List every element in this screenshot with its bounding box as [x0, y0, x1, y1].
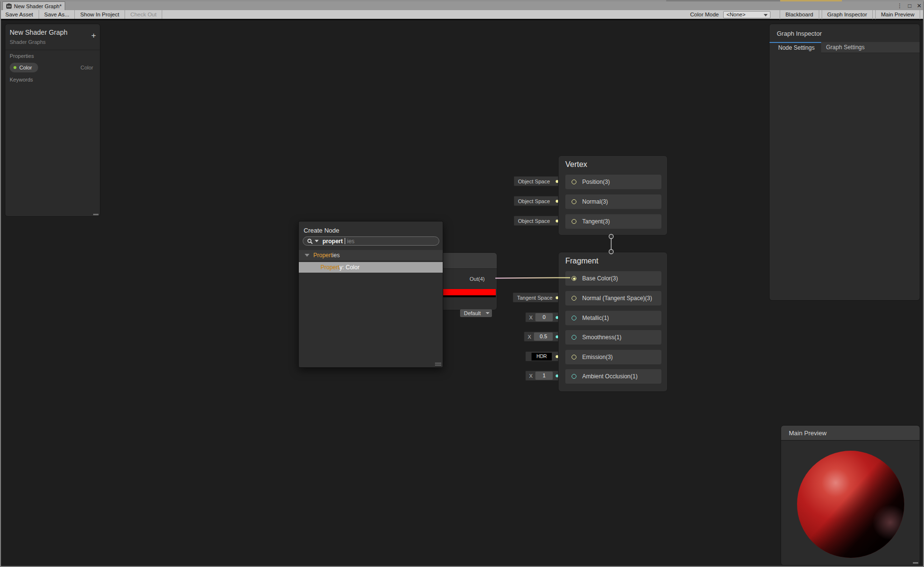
smoothness-port[interactable] — [572, 335, 576, 340]
graph-inspector-panel: Graph Inspector Node Settings Graph Sett… — [769, 24, 920, 301]
main-preview-toggle-button[interactable]: Main Preview — [875, 10, 920, 19]
graph-inspector-title: Graph Inspector — [777, 30, 822, 37]
create-node-dialog: Create Node propert ies Properties Prope… — [298, 221, 443, 368]
metallic-value-field[interactable]: 0 — [535, 313, 553, 321]
dialog-resize-handle[interactable] — [435, 363, 441, 365]
shader-graph-window: New Shader Graph* ⋮ □ ✕ Save Asset Save … — [0, 0, 924, 567]
fragment-row-ambient-occlusion: Ambient Occlusion(1) — [565, 369, 661, 384]
vertex-row-tangent: Tangent(3) — [565, 214, 661, 229]
show-in-project-button[interactable]: Show In Project — [75, 10, 125, 19]
color-mode-dropdown[interactable]: <None> — [723, 11, 770, 18]
color-property-node[interactable]: Out(4) Default — [436, 252, 497, 310]
chip-label: Object Space — [514, 198, 556, 204]
blackboard-panel: New Shader Graph Shader Graphs + Propert… — [5, 24, 100, 217]
match-text: Propert — [313, 252, 332, 259]
normal-space-chip[interactable]: Object Space — [514, 196, 562, 206]
blackboard-title: New Shader Graph — [10, 28, 68, 36]
main-preview-title[interactable]: Main Preview — [781, 426, 920, 441]
port-label: Normal (Tangent Space)(3) — [582, 295, 652, 302]
category-row-properties[interactable]: Properties — [299, 250, 443, 261]
fragment-row-smoothness: Smoothness(1) — [565, 330, 661, 345]
window-border-left — [0, 1, 1, 567]
tangent-port[interactable] — [572, 219, 576, 224]
close-icon[interactable]: ✕ — [917, 1, 922, 10]
result-row-property-color[interactable]: Property: Color — [299, 262, 443, 273]
normal-port[interactable] — [572, 199, 576, 204]
keywords-section-label: Keywords — [10, 77, 33, 83]
add-property-button[interactable]: + — [91, 31, 96, 40]
port-label: Base Color(3) — [582, 275, 618, 282]
property-pill-color[interactable]: Color — [9, 62, 39, 73]
fragment-node[interactable]: Fragment Base Color(3) Normal (Tangent S… — [558, 252, 668, 392]
ambient-occlusion-value-chip: X 1 — [525, 371, 562, 381]
graph-inspector-toggle-button[interactable]: Graph Inspector — [822, 10, 873, 19]
port-label: Position(3) — [582, 179, 610, 185]
property-type-dot — [14, 66, 16, 69]
color-node-dropdown-value: Default — [464, 310, 481, 316]
metallic-port[interactable] — [572, 316, 576, 320]
position-port[interactable] — [572, 180, 576, 184]
normal-tangent-port[interactable] — [572, 296, 576, 301]
divider — [5, 50, 100, 50]
fragment-row-metallic: Metallic(1) — [565, 311, 661, 325]
blackboard-subtitle: Shader Graphs — [10, 39, 46, 45]
emission-color-chip: HDR — [525, 351, 562, 361]
tab-new-shader-graph[interactable]: New Shader Graph* — [2, 1, 65, 10]
port-label: Emission(3) — [582, 354, 613, 360]
metallic-value-chip: X 0 — [525, 312, 562, 322]
tab-node-settings[interactable]: Node Settings — [770, 42, 821, 53]
tangent-space-chip[interactable]: Tangent Space — [513, 292, 562, 303]
color-mode-value: <None> — [727, 12, 745, 17]
fragment-node-title: Fragment — [565, 257, 598, 265]
color-node-out-label: Out(4) — [470, 276, 485, 282]
panel-resize-handle[interactable] — [93, 214, 98, 215]
emission-port[interactable] — [572, 355, 576, 360]
rest-text: y: Color — [339, 264, 359, 271]
toolbar-left-buttons: Save Asset Save As... Show In Project Ch… — [0, 10, 162, 19]
tangent-space-chip[interactable]: Object Space — [514, 216, 562, 226]
rest-text: ies — [332, 252, 339, 259]
x-component-label: X — [529, 373, 532, 379]
blackboard-toggle-button[interactable]: Blackboard — [780, 10, 819, 19]
main-preview-panel: Main Preview — [781, 425, 920, 566]
chip-label: Object Space — [514, 218, 556, 224]
save-as-button[interactable]: Save As... — [39, 10, 75, 19]
color-mode-label: Color Mode — [690, 12, 719, 17]
x-component-label: X — [528, 334, 531, 340]
fragment-row-base-color: Base Color(3) — [565, 271, 661, 286]
port-label: Metallic(1) — [582, 315, 609, 321]
color-swatch[interactable] — [439, 289, 496, 295]
search-icon — [307, 238, 313, 244]
match-text: Propert — [321, 264, 339, 271]
chip-label: Tangent Space — [513, 295, 556, 301]
tab-graph-settings[interactable]: Graph Settings — [826, 42, 865, 53]
chevron-down-icon — [764, 14, 768, 16]
hdr-color-swatch[interactable]: HDR — [532, 353, 552, 360]
window-menu-icon[interactable]: ⋮ — [897, 1, 903, 10]
ambient-occlusion-port[interactable] — [572, 374, 576, 379]
position-space-chip[interactable]: Object Space — [514, 176, 562, 186]
node-search-input[interactable]: propert ies — [303, 236, 439, 246]
smoothness-value-field[interactable]: 0.5 — [534, 332, 553, 341]
search-filter-caret-icon[interactable] — [315, 240, 319, 242]
ambient-occlusion-value-field[interactable]: 1 — [535, 372, 553, 380]
maximize-icon[interactable]: □ — [908, 1, 911, 10]
panel-resize-handle[interactable] — [913, 562, 918, 564]
tab-title: New Shader Graph* — [14, 3, 61, 9]
property-type-label: Color — [81, 65, 93, 70]
vertex-row-position: Position(3) — [565, 175, 661, 189]
base-color-port[interactable] — [572, 276, 576, 281]
preview-sphere[interactable] — [797, 451, 904, 558]
foldout-triangle-icon[interactable] — [305, 254, 309, 257]
vertex-node[interactable]: Vertex Position(3) Normal(3) Tangent(3) — [558, 155, 668, 235]
color-mode-default-dropdown[interactable]: Default — [460, 309, 492, 317]
fragment-row-emission: Emission(3) — [565, 350, 661, 364]
vertex-node-title: Vertex — [565, 160, 587, 169]
result-label: Property: Color — [321, 264, 360, 271]
save-asset-button[interactable]: Save Asset — [0, 10, 39, 19]
chip-label: Object Space — [514, 179, 556, 184]
x-component-label: X — [529, 315, 532, 320]
properties-section-label: Properties — [10, 53, 34, 59]
chevron-down-icon — [486, 312, 490, 314]
port-label: Tangent(3) — [582, 218, 610, 225]
